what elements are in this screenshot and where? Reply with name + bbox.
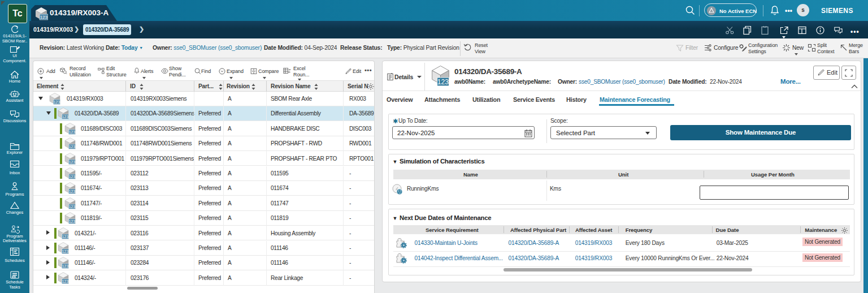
svg-text:123: 123: [40, 15, 48, 20]
svg-text:123: 123: [437, 78, 449, 86]
